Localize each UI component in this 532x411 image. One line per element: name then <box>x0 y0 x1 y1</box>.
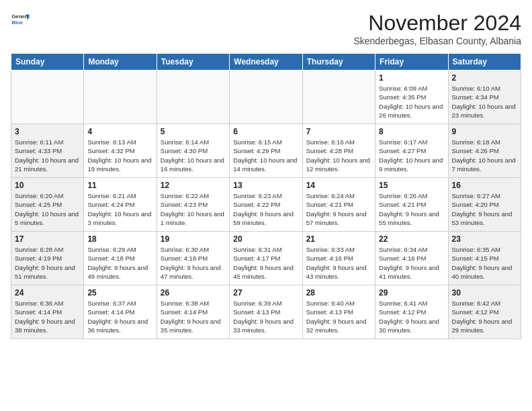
calendar-cell: 15Sunrise: 6:26 AM Sunset: 4:21 PM Dayli… <box>375 178 448 232</box>
calendar-cell <box>157 71 229 124</box>
calendar-cell: 29Sunrise: 6:41 AM Sunset: 4:12 PM Dayli… <box>375 285 448 339</box>
cell-info: Sunrise: 6:31 AM Sunset: 4:17 PM Dayligh… <box>233 245 298 281</box>
day-of-week-header: Thursday <box>302 54 375 71</box>
cell-info: Sunrise: 6:26 AM Sunset: 4:21 PM Dayligh… <box>379 191 444 227</box>
cell-info: Sunrise: 6:10 AM Sunset: 4:34 PM Dayligh… <box>452 84 517 120</box>
day-number: 3 <box>15 127 80 136</box>
day-number: 18 <box>87 234 152 244</box>
cell-info: Sunrise: 6:17 AM Sunset: 4:27 PM Dayligh… <box>379 138 444 173</box>
day-number: 16 <box>452 181 517 190</box>
cell-info: Sunrise: 6:22 AM Sunset: 4:23 PM Dayligh… <box>161 191 226 227</box>
calendar-cell: 1Sunrise: 6:09 AM Sunset: 4:35 PM Daylig… <box>375 71 448 124</box>
cell-info: Sunrise: 6:14 AM Sunset: 4:30 PM Dayligh… <box>161 138 226 173</box>
day-number: 21 <box>306 234 371 244</box>
calendar-cell: 19Sunrise: 6:30 AM Sunset: 4:18 PM Dayli… <box>157 232 229 285</box>
calendar-cell: 3Sunrise: 6:11 AM Sunset: 4:33 PM Daylig… <box>11 124 84 178</box>
day-of-week-header: Friday <box>375 54 448 71</box>
day-number: 27 <box>233 288 298 298</box>
cell-info: Sunrise: 6:35 AM Sunset: 4:15 PM Dayligh… <box>452 245 517 281</box>
cell-info: Sunrise: 6:42 AM Sunset: 4:12 PM Dayligh… <box>452 299 517 334</box>
calendar-cell: 17Sunrise: 6:28 AM Sunset: 4:19 PM Dayli… <box>11 232 84 285</box>
calendar-cell: 9Sunrise: 6:18 AM Sunset: 4:26 PM Daylig… <box>448 124 521 178</box>
day-number: 29 <box>379 288 444 298</box>
calendar-cell <box>230 71 302 124</box>
calendar-cell: 4Sunrise: 6:13 AM Sunset: 4:32 PM Daylig… <box>84 124 157 178</box>
calendar-cell: 2Sunrise: 6:10 AM Sunset: 4:34 PM Daylig… <box>448 71 521 124</box>
calendar-cell: 24Sunrise: 6:36 AM Sunset: 4:14 PM Dayli… <box>11 285 84 339</box>
day-number: 20 <box>233 234 298 244</box>
cell-info: Sunrise: 6:20 AM Sunset: 4:25 PM Dayligh… <box>15 191 80 227</box>
cell-info: Sunrise: 6:27 AM Sunset: 4:20 PM Dayligh… <box>452 191 517 227</box>
day-number: 8 <box>379 127 444 136</box>
day-number: 15 <box>379 181 444 190</box>
cell-info: Sunrise: 6:29 AM Sunset: 4:18 PM Dayligh… <box>87 245 152 281</box>
day-number: 11 <box>87 181 152 190</box>
day-number: 30 <box>452 288 517 298</box>
calendar-table: SundayMondayTuesdayWednesdayThursdayFrid… <box>11 53 521 339</box>
day-number: 5 <box>161 127 226 136</box>
cell-info: Sunrise: 6:28 AM Sunset: 4:19 PM Dayligh… <box>15 245 80 281</box>
day-number: 9 <box>452 127 517 136</box>
header: General Blue November 2024 Skenderbegas,… <box>11 11 521 46</box>
calendar-cell: 8Sunrise: 6:17 AM Sunset: 4:27 PM Daylig… <box>375 124 448 178</box>
calendar-cell: 10Sunrise: 6:20 AM Sunset: 4:25 PM Dayli… <box>11 178 84 232</box>
cell-info: Sunrise: 6:40 AM Sunset: 4:13 PM Dayligh… <box>306 299 371 334</box>
cell-info: Sunrise: 6:39 AM Sunset: 4:13 PM Dayligh… <box>233 299 298 334</box>
cell-info: Sunrise: 6:21 AM Sunset: 4:24 PM Dayligh… <box>87 191 152 227</box>
title-area: November 2024 Skenderbegas, Elbasan Coun… <box>353 11 521 46</box>
day-number: 17 <box>15 234 80 244</box>
day-number: 24 <box>15 288 80 298</box>
day-of-week-header: Tuesday <box>157 54 229 71</box>
cell-info: Sunrise: 6:38 AM Sunset: 4:14 PM Dayligh… <box>161 299 226 334</box>
day-number: 12 <box>161 181 226 190</box>
calendar-cell: 16Sunrise: 6:27 AM Sunset: 4:20 PM Dayli… <box>448 178 521 232</box>
calendar-cell: 18Sunrise: 6:29 AM Sunset: 4:18 PM Dayli… <box>84 232 157 285</box>
logo: General Blue <box>11 11 30 30</box>
cell-info: Sunrise: 6:11 AM Sunset: 4:33 PM Dayligh… <box>15 138 80 173</box>
cell-info: Sunrise: 6:37 AM Sunset: 4:14 PM Dayligh… <box>87 299 152 334</box>
calendar-cell: 5Sunrise: 6:14 AM Sunset: 4:30 PM Daylig… <box>157 124 229 178</box>
calendar-cell: 21Sunrise: 6:33 AM Sunset: 4:16 PM Dayli… <box>302 232 375 285</box>
day-of-week-header: Monday <box>84 54 157 71</box>
cell-info: Sunrise: 6:23 AM Sunset: 4:22 PM Dayligh… <box>233 191 298 227</box>
day-number: 14 <box>306 181 371 190</box>
day-number: 22 <box>379 234 444 244</box>
day-number: 7 <box>306 127 371 136</box>
calendar-cell: 14Sunrise: 6:24 AM Sunset: 4:21 PM Dayli… <box>302 178 375 232</box>
calendar-header-row: SundayMondayTuesdayWednesdayThursdayFrid… <box>11 54 521 71</box>
calendar-cell <box>302 71 375 124</box>
calendar-week-row: 17Sunrise: 6:28 AM Sunset: 4:19 PM Dayli… <box>11 232 521 285</box>
day-of-week-header: Sunday <box>11 54 84 71</box>
calendar-cell: 25Sunrise: 6:37 AM Sunset: 4:14 PM Dayli… <box>84 285 157 339</box>
day-number: 26 <box>161 288 226 298</box>
calendar-cell: 23Sunrise: 6:35 AM Sunset: 4:15 PM Dayli… <box>448 232 521 285</box>
calendar-week-row: 24Sunrise: 6:36 AM Sunset: 4:14 PM Dayli… <box>11 285 521 339</box>
day-number: 1 <box>379 73 444 83</box>
cell-info: Sunrise: 6:18 AM Sunset: 4:26 PM Dayligh… <box>452 138 517 173</box>
cell-info: Sunrise: 6:09 AM Sunset: 4:35 PM Dayligh… <box>379 84 444 120</box>
svg-text:Blue: Blue <box>11 19 23 26</box>
calendar-cell: 6Sunrise: 6:15 AM Sunset: 4:29 PM Daylig… <box>230 124 302 178</box>
location-subtitle: Skenderbegas, Elbasan County, Albania <box>353 36 521 46</box>
calendar-cell: 11Sunrise: 6:21 AM Sunset: 4:24 PM Dayli… <box>84 178 157 232</box>
day-number: 19 <box>161 234 226 244</box>
day-number: 4 <box>87 127 152 136</box>
calendar-cell <box>84 71 157 124</box>
calendar-cell: 27Sunrise: 6:39 AM Sunset: 4:13 PM Dayli… <box>230 285 302 339</box>
cell-info: Sunrise: 6:24 AM Sunset: 4:21 PM Dayligh… <box>306 191 371 227</box>
day-number: 25 <box>87 288 152 298</box>
calendar-cell: 20Sunrise: 6:31 AM Sunset: 4:17 PM Dayli… <box>230 232 302 285</box>
calendar-cell: 28Sunrise: 6:40 AM Sunset: 4:13 PM Dayli… <box>302 285 375 339</box>
cell-info: Sunrise: 6:33 AM Sunset: 4:16 PM Dayligh… <box>306 245 371 281</box>
cell-info: Sunrise: 6:13 AM Sunset: 4:32 PM Dayligh… <box>87 138 152 173</box>
day-number: 10 <box>15 181 80 190</box>
day-number: 6 <box>233 127 298 136</box>
month-year-title: November 2024 <box>353 11 521 36</box>
cell-info: Sunrise: 6:16 AM Sunset: 4:28 PM Dayligh… <box>306 138 371 173</box>
logo-icon: General Blue <box>11 11 30 30</box>
calendar-cell: 12Sunrise: 6:22 AM Sunset: 4:23 PM Dayli… <box>157 178 229 232</box>
calendar-week-row: 3Sunrise: 6:11 AM Sunset: 4:33 PM Daylig… <box>11 124 521 178</box>
cell-info: Sunrise: 6:30 AM Sunset: 4:18 PM Dayligh… <box>161 245 226 281</box>
day-number: 28 <box>306 288 371 298</box>
cell-info: Sunrise: 6:41 AM Sunset: 4:12 PM Dayligh… <box>379 299 444 334</box>
